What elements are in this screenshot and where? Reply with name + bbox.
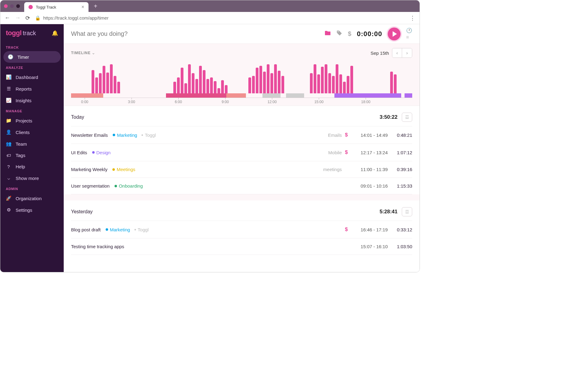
timeline-bar bbox=[195, 79, 198, 94]
new-tab-button[interactable]: + bbox=[91, 2, 100, 11]
sidebar-item-projects[interactable]: 📁Projects bbox=[0, 115, 64, 126]
track-segment[interactable] bbox=[166, 93, 226, 98]
url-text: https://track.toggl.com/app/timer bbox=[43, 15, 108, 21]
sidebar-item-organization[interactable]: 🚀Organization bbox=[0, 192, 64, 204]
entry-duration: 0:33:12 bbox=[388, 227, 412, 232]
sidebar-item-reports[interactable]: ☰Reports bbox=[0, 83, 64, 95]
track-segment[interactable] bbox=[262, 93, 281, 98]
maximize-window-icon[interactable] bbox=[16, 4, 20, 8]
entry-time-range: 14:01 - 14:49 bbox=[351, 133, 388, 138]
prev-day-button[interactable]: ‹ bbox=[392, 48, 402, 58]
track-segment[interactable] bbox=[304, 93, 334, 98]
timeline-bar bbox=[114, 76, 116, 93]
browser-menu-icon[interactable]: ⋮ bbox=[410, 15, 415, 21]
entry-project[interactable]: Meetings bbox=[112, 167, 135, 172]
timeline-date[interactable]: Sep 15th bbox=[371, 50, 389, 56]
timeline-bar bbox=[350, 66, 353, 93]
next-day-button[interactable]: › bbox=[402, 48, 412, 58]
folder-icon[interactable] bbox=[325, 30, 331, 37]
timeline-bar bbox=[188, 64, 191, 93]
track-segment[interactable] bbox=[103, 93, 166, 98]
sidebar-item-insights[interactable]: 📈Insights bbox=[0, 95, 64, 106]
start-timer-button[interactable] bbox=[388, 28, 401, 40]
time-entry[interactable]: UI EditsDesignMobile$12:17 - 13:241:07:1… bbox=[71, 144, 412, 161]
timer-description-input[interactable] bbox=[71, 30, 319, 37]
track-segment[interactable] bbox=[286, 93, 304, 98]
timer-mode-icon[interactable]: 🕐 bbox=[406, 28, 412, 33]
day-total: 5:28:41 bbox=[379, 209, 398, 215]
sidebar-item-label: Dashboard bbox=[16, 75, 38, 80]
timeline-bar bbox=[274, 64, 277, 93]
sidebar-item-dashboard[interactable]: 📊Dashboard bbox=[0, 71, 64, 83]
list-mode-icon[interactable]: ≡ bbox=[406, 35, 412, 40]
track-segment[interactable] bbox=[401, 93, 405, 98]
timeline-bar bbox=[270, 73, 273, 94]
entry-billable-icon[interactable]: $ bbox=[342, 226, 351, 233]
toggl-logo[interactable]: toggl track bbox=[6, 29, 36, 37]
time-entry[interactable]: Newsletter EmailsMarketingTogglEmails$14… bbox=[71, 126, 412, 144]
entry-time-range: 11:00 - 11:39 bbox=[351, 167, 388, 172]
rocket-icon: 🚀 bbox=[6, 196, 11, 201]
time-entry[interactable]: Testing time tracking apps15:07 - 16:101… bbox=[71, 238, 412, 255]
entry-client: Toggl bbox=[134, 227, 149, 232]
entry-tag: meetings bbox=[320, 167, 342, 172]
sidebar-section-label: MANAGE bbox=[0, 106, 64, 115]
track-segment[interactable] bbox=[226, 93, 246, 98]
entry-project[interactable]: Marketing bbox=[113, 133, 137, 138]
sidebar-section-label: TRACK bbox=[0, 43, 64, 51]
close-tab-icon[interactable]: × bbox=[81, 4, 84, 10]
time-entry[interactable]: Blog post draftMarketingToggl$16:46 - 17… bbox=[71, 221, 412, 238]
notifications-icon[interactable]: 🔔 bbox=[52, 30, 58, 36]
reload-icon[interactable]: ⟳ bbox=[25, 15, 30, 21]
favicon-icon bbox=[28, 5, 33, 9]
sidebar-item-label: Show more bbox=[16, 176, 39, 181]
bulk-edit-button[interactable]: ☲ bbox=[402, 207, 412, 216]
sidebar-item-timer[interactable]: 🕐Timer bbox=[3, 51, 61, 63]
track-segment[interactable] bbox=[405, 93, 412, 98]
billable-icon[interactable]: $ bbox=[348, 30, 351, 37]
date-nav: ‹ › bbox=[392, 48, 412, 58]
sidebar-item-settings[interactable]: ⚙Settings bbox=[0, 204, 64, 216]
timeline-track bbox=[71, 93, 412, 98]
entry-duration: 1:07:12 bbox=[388, 150, 412, 155]
timeline-panel: TIMELINE ⌵ Sep 15th ‹ › 0:003:006:009:00… bbox=[64, 44, 420, 106]
back-icon[interactable]: ← bbox=[5, 15, 10, 21]
time-entry[interactable]: Marketing WeeklyMeetingsmeetings11:00 - … bbox=[71, 161, 412, 178]
timeline-bar bbox=[259, 66, 262, 93]
timeline-bar bbox=[281, 76, 284, 93]
timeline-bar bbox=[92, 70, 94, 93]
timeline-title[interactable]: TIMELINE ⌵ bbox=[71, 51, 95, 55]
entry-project[interactable]: Design bbox=[92, 150, 111, 155]
day-total: 3:50:22 bbox=[379, 114, 398, 120]
track-segment[interactable] bbox=[246, 93, 262, 98]
sidebar-item-clients[interactable]: 👤Clients bbox=[0, 126, 64, 138]
tag-icon[interactable] bbox=[336, 30, 342, 38]
timeline-bar bbox=[328, 73, 331, 94]
entry-time-range: 15:07 - 16:10 bbox=[351, 244, 388, 249]
logo-product: track bbox=[23, 30, 36, 37]
chevron-down-icon: ⌵ bbox=[6, 175, 11, 181]
gear-icon: ⚙ bbox=[6, 207, 11, 213]
sidebar-item-team[interactable]: 👥Team bbox=[0, 138, 64, 150]
close-window-icon[interactable] bbox=[4, 4, 8, 8]
sidebar-item-help[interactable]: ?Help bbox=[0, 161, 64, 172]
track-segment[interactable] bbox=[334, 93, 401, 98]
timeline-bar bbox=[343, 82, 346, 93]
sidebar-item-show-more[interactable]: ⌵Show more bbox=[0, 172, 64, 184]
timeline-tick: 18:00 bbox=[361, 98, 370, 104]
forward-icon[interactable]: → bbox=[15, 15, 21, 21]
sidebar-item-tags[interactable]: 🏷Tags bbox=[0, 150, 64, 161]
track-segment[interactable] bbox=[71, 93, 103, 98]
time-entry[interactable]: User segmentationOnboarding09:01 - 10:16… bbox=[71, 178, 412, 194]
browser-tab[interactable]: Toggl Track × bbox=[24, 2, 89, 12]
entry-project[interactable]: Onboarding bbox=[115, 183, 143, 189]
entry-billable-icon[interactable]: $ bbox=[342, 132, 351, 138]
entry-project[interactable]: Marketing bbox=[106, 227, 130, 232]
timeline-bar bbox=[206, 79, 209, 94]
url-field[interactable]: 🔒 https://track.toggl.com/app/timer bbox=[35, 15, 108, 21]
bulk-edit-button[interactable]: ☲ bbox=[402, 113, 412, 122]
minimize-window-icon[interactable] bbox=[10, 4, 14, 8]
track-segment[interactable] bbox=[281, 93, 286, 98]
entry-billable-icon[interactable]: $ bbox=[342, 149, 351, 155]
entry-time-range: 12:17 - 13:24 bbox=[351, 150, 388, 155]
